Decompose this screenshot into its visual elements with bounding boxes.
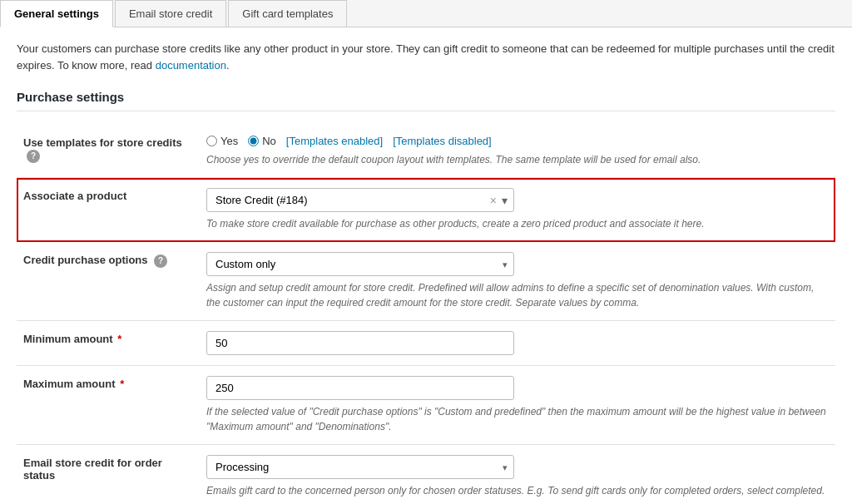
templates-enabled-link[interactable]: [Templates enabled] (286, 135, 383, 147)
order-status-select-wrapper: Processing Completed On hold ▾ (206, 455, 514, 479)
maximum-amount-label: Maximum amount * (17, 366, 200, 445)
intro-period: . (226, 59, 230, 72)
associate-product-label: Associate a product (17, 178, 200, 242)
radio-yes-label[interactable]: Yes (206, 135, 238, 147)
tab-gift-card-templates[interactable]: Gift card templates (228, 0, 347, 27)
minimum-amount-label: Minimum amount * (17, 321, 200, 366)
use-templates-row: Use templates for store credits ? Yes No… (17, 125, 835, 178)
documentation-link[interactable]: documentation (156, 59, 226, 72)
email-store-credit-help-text: Emails gift card to the concerned person… (206, 483, 829, 498)
email-store-credit-label: Email store credit for order status (17, 445, 200, 504)
credit-options-help-text: Assign and setup credit amount for store… (206, 280, 829, 310)
tab-email-store-credit[interactable]: Email store credit (115, 0, 226, 27)
radio-yes-text: Yes (220, 135, 238, 147)
maximum-amount-help-text: If the selected value of "Credit purchas… (206, 404, 829, 434)
order-status-select[interactable]: Processing Completed On hold (206, 455, 514, 479)
credit-options-select-wrapper: Custom only Predefined only Custom and p… (206, 252, 514, 276)
page-content: Your customers can purchase store credit… (0, 27, 852, 504)
associate-chevron-icon: ▾ (502, 194, 508, 207)
intro-paragraph: Your customers can purchase store credit… (17, 41, 835, 73)
radio-no-text: No (262, 135, 276, 147)
credit-purchase-options-row: Credit purchase options ? Custom only Pr… (17, 242, 835, 321)
credit-options-help-icon[interactable]: ? (154, 254, 167, 268)
minimum-amount-field (200, 321, 835, 366)
section-title: Purchase settings (17, 90, 835, 111)
use-templates-label: Use templates for store credits ? (17, 125, 200, 178)
credit-options-select[interactable]: Custom only Predefined only Custom and p… (206, 252, 514, 276)
tab-general-settings[interactable]: General settings (0, 0, 113, 27)
minimum-amount-row: Minimum amount * (17, 321, 835, 366)
minimum-required-star: * (117, 333, 121, 345)
maximum-amount-field: If the selected value of "Credit purchas… (200, 366, 835, 445)
minimum-amount-input[interactable] (206, 331, 514, 355)
associate-product-help-text: To make store credit available for purch… (206, 216, 829, 231)
use-templates-field: Yes No [Templates enabled] [Templates di… (200, 125, 835, 178)
maximum-amount-input[interactable] (206, 376, 514, 400)
email-store-credit-row: Email store credit for order status Proc… (17, 445, 835, 504)
associate-product-field: × ▾ To make store credit available for p… (200, 178, 835, 242)
settings-form: Use templates for store credits ? Yes No… (17, 125, 835, 504)
maximum-required-star: * (120, 378, 124, 390)
associate-controls: × ▾ (490, 194, 508, 207)
associate-product-row: Associate a product × ▾ To make store cr… (17, 178, 835, 242)
radio-no[interactable] (248, 136, 259, 146)
associate-clear-icon[interactable]: × (490, 194, 497, 207)
intro-text: Your customers can purchase store credit… (17, 42, 835, 72)
email-store-credit-field: Processing Completed On hold ▾ Emails gi… (200, 445, 835, 504)
tab-bar: General settings Email store credit Gift… (0, 0, 852, 27)
radio-yes[interactable] (206, 136, 217, 146)
maximum-amount-row: Maximum amount * If the selected value o… (17, 366, 835, 445)
use-templates-help-text: Choose yes to override the default coupo… (206, 152, 829, 167)
radio-no-label[interactable]: No (248, 135, 276, 147)
credit-purchase-options-label: Credit purchase options ? (17, 242, 200, 321)
credit-purchase-options-field: Custom only Predefined only Custom and p… (200, 242, 835, 321)
templates-radio-group: Yes No [Templates enabled] [Templates di… (206, 135, 829, 147)
templates-disabled-link[interactable]: [Templates disabled] (393, 135, 492, 147)
use-templates-help-icon[interactable]: ? (27, 150, 40, 163)
associate-select-wrapper: × ▾ (206, 188, 514, 212)
associate-product-input[interactable] (206, 188, 514, 212)
